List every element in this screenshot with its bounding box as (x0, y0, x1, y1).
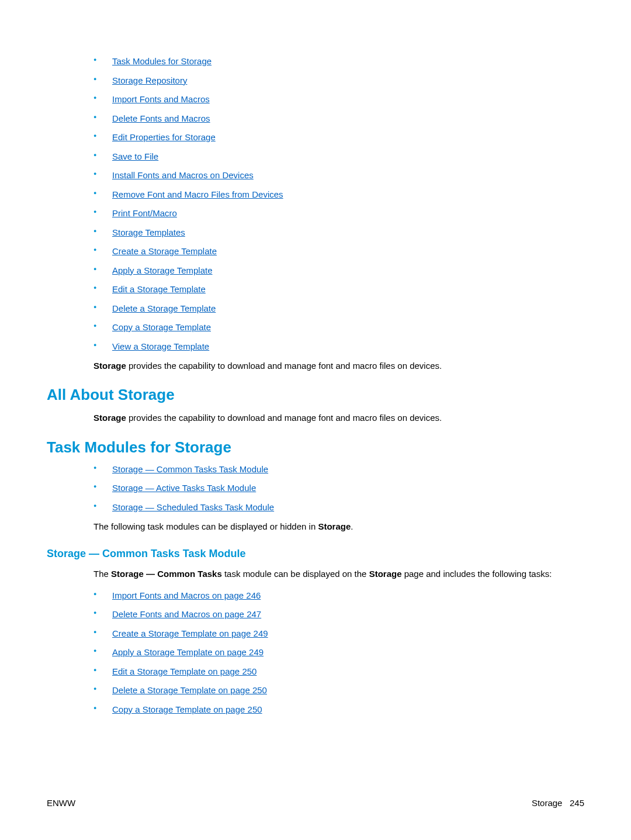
heading-common-tasks: Storage — Common Tasks Task Module (47, 548, 584, 560)
body-run: . (351, 521, 353, 531)
task-link[interactable]: Create a Storage Template on page 249 (112, 628, 268, 638)
task-link[interactable]: Apply a Storage Template on page 249 (112, 647, 264, 657)
sub-toc-link[interactable]: Storage — Active Tasks Task Module (112, 483, 256, 493)
toc-link[interactable]: Save to File (112, 151, 158, 161)
toc-link[interactable]: Print Font/Macro (112, 208, 177, 218)
toc-link[interactable]: Copy a Storage Template (112, 322, 211, 332)
bold-text: Storage (93, 413, 126, 423)
body-run: page and includes the following tasks: (401, 569, 552, 579)
common-tasks-description: The Storage — Common Tasks task module c… (93, 568, 584, 580)
page-footer: ENWW Storage 245 (47, 798, 584, 808)
footer-right: Storage 245 (532, 798, 584, 808)
heading-task-modules: Task Modules for Storage (47, 438, 584, 457)
task-modules-sublist: Storage — Common Tasks Task Module Stora… (93, 464, 584, 513)
toc-link[interactable]: Storage Templates (112, 227, 185, 237)
footer-page-number: 245 (570, 798, 584, 808)
body-run: task module can be displayed on the (222, 569, 369, 579)
body-run: provides the capability to download and … (126, 361, 442, 371)
toc-link[interactable]: Storage Repository (112, 75, 187, 85)
task-link[interactable]: Delete a Storage Template on page 250 (112, 685, 267, 695)
toc-link[interactable]: Delete a Storage Template (112, 303, 216, 313)
toc-list: Task Modules for Storage Storage Reposit… (93, 56, 584, 352)
toc-link[interactable]: Apply a Storage Template (112, 265, 213, 275)
toc-link[interactable]: Task Modules for Storage (112, 56, 212, 66)
toc-link[interactable]: Delete Fonts and Macros (112, 113, 210, 123)
storage-description-2: Storage provides the capability to downl… (93, 412, 584, 424)
toc-link[interactable]: Create a Storage Template (112, 246, 217, 256)
task-link[interactable]: Import Fonts and Macros on page 246 (112, 590, 261, 600)
toc-link[interactable]: Edit Properties for Storage (112, 132, 216, 142)
task-modules-description: The following task modules can be displa… (93, 521, 584, 533)
task-link[interactable]: Edit a Storage Template on page 250 (112, 666, 256, 676)
task-link[interactable]: Delete Fonts and Macros on page 247 (112, 609, 261, 619)
bold-text: Storage (93, 361, 126, 371)
toc-link[interactable]: Remove Font and Macro Files from Devices (112, 189, 283, 199)
body-run: provides the capability to download and … (126, 413, 442, 423)
sub-toc-link[interactable]: Storage — Scheduled Tasks Task Module (112, 502, 274, 512)
bold-text: Storage (369, 569, 402, 579)
heading-all-about-storage: All About Storage (47, 386, 584, 404)
bold-text: Storage — Common Tasks (111, 569, 222, 579)
task-link[interactable]: Copy a Storage Template on page 250 (112, 704, 262, 714)
footer-section-label: Storage (532, 798, 563, 808)
toc-link[interactable]: Edit a Storage Template (112, 284, 206, 294)
body-run: The (93, 569, 111, 579)
common-tasks-list: Import Fonts and Macros on page 246 Dele… (93, 590, 584, 715)
toc-link[interactable]: Install Fonts and Macros on Devices (112, 170, 254, 180)
sub-toc-link[interactable]: Storage — Common Tasks Task Module (112, 464, 268, 474)
storage-description-1: Storage provides the capability to downl… (93, 360, 584, 372)
toc-link[interactable]: View a Storage Template (112, 341, 209, 351)
toc-link[interactable]: Import Fonts and Macros (112, 94, 210, 104)
footer-left: ENWW (47, 798, 75, 808)
body-run: The following task modules can be displa… (93, 521, 318, 531)
bold-text: Storage (318, 521, 351, 531)
